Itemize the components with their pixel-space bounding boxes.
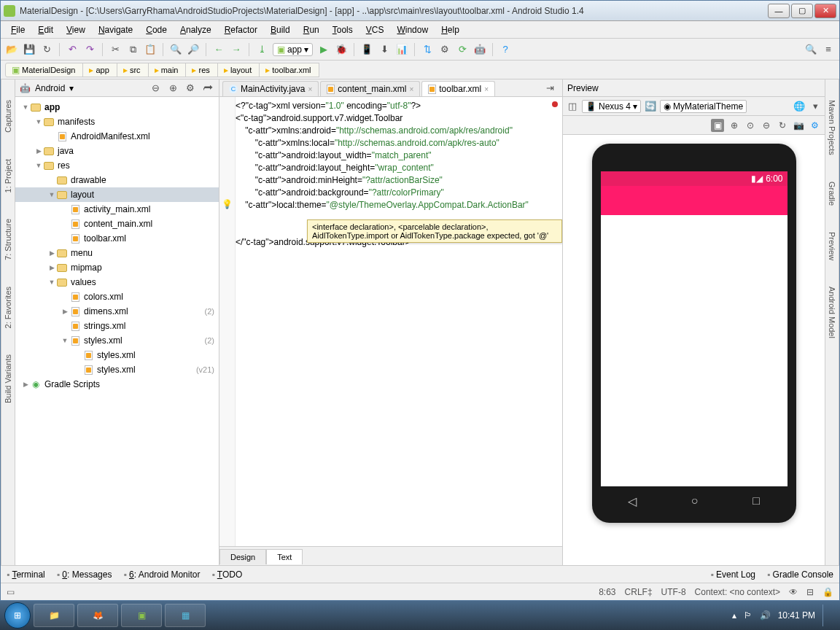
tree-arrow-icon[interactable]: ▶ <box>21 381 30 388</box>
breadcrumb-item[interactable]: ▸ res <box>185 63 217 77</box>
tree-item[interactable]: styles.xml <box>15 348 219 362</box>
menu-edit[interactable]: Edit <box>32 23 59 36</box>
tree-item[interactable]: ▼res <box>15 158 219 173</box>
zoom-out-icon[interactable]: ⊖ <box>761 120 772 131</box>
tree-item[interactable]: ▶◉Gradle Scripts <box>15 377 219 392</box>
tree-item[interactable]: styles.xml(v21) <box>15 362 219 377</box>
redo-icon[interactable]: ↷ <box>83 43 96 56</box>
tree-arrow-icon[interactable]: ▼ <box>47 279 56 286</box>
editor-body[interactable]: 💡 <?"c-tag">xml version="1.0" encoding="… <box>219 97 562 546</box>
menu-window[interactable]: Window <box>391 23 434 36</box>
breadcrumb-item[interactable]: ▸ src <box>117 63 149 77</box>
device-combo[interactable]: 📱 Nexus 4 ▾ <box>582 100 641 113</box>
tree-item[interactable]: AndroidManifest.xml <box>15 129 219 144</box>
menu-run[interactable]: Run <box>298 23 325 36</box>
replace-icon[interactable]: 🔎 <box>187 43 200 56</box>
editor-gutter[interactable] <box>219 97 236 546</box>
breadcrumb-item[interactable]: ▸ layout <box>217 63 260 77</box>
save-icon[interactable]: 💾 <box>23 43 36 56</box>
taskbar-explorer[interactable]: 📁 <box>34 604 74 627</box>
close-tab-icon[interactable]: × <box>409 85 413 93</box>
paste-icon[interactable]: 📋 <box>144 43 157 56</box>
structure-icon[interactable]: ⇅ <box>421 43 434 56</box>
start-button[interactable]: ⊞ <box>4 602 31 629</box>
taskbar-app[interactable]: ▦ <box>165 604 206 627</box>
side-tab-android-model[interactable]: Android Model <box>826 281 838 344</box>
tree-arrow-icon[interactable]: ▼ <box>34 162 43 169</box>
tree-item[interactable]: ▶dimens.xml(2) <box>15 304 219 319</box>
tree-arrow-icon[interactable]: ▶ <box>34 147 43 155</box>
project-view-label[interactable]: Android <box>35 83 65 93</box>
breadcrumb-item[interactable]: ▸ app <box>82 63 117 77</box>
menu-refactor[interactable]: Refactor <box>219 23 263 36</box>
find-icon[interactable]: 🔍 <box>169 43 182 56</box>
tree-item[interactable]: ▼values <box>15 275 219 289</box>
side-tab-build-variants[interactable]: Build Variants <box>2 349 14 409</box>
editor-tab[interactable]: toolbar.xml× <box>421 81 495 96</box>
breadcrumb-item[interactable]: ▣ MaterialDesign <box>5 63 83 77</box>
tree-arrow-icon[interactable]: ▼ <box>21 104 30 111</box>
tree-item[interactable]: toolbar.xml <box>15 231 219 246</box>
undo-icon[interactable]: ↶ <box>66 43 79 56</box>
intention-bulb-icon[interactable]: 💡 <box>222 199 233 209</box>
tree-item[interactable]: drawable <box>15 173 219 187</box>
memory-icon[interactable]: ⊟ <box>806 587 814 597</box>
system-tray[interactable]: ▴ 🏳 🔊 10:41 PM <box>732 604 836 626</box>
tree-arrow-icon[interactable]: ▶ <box>47 249 56 257</box>
forward-icon[interactable]: → <box>230 43 243 56</box>
minimize-button[interactable]: — <box>768 4 790 18</box>
editor-tab[interactable]: CMainActivity.java× <box>222 81 319 96</box>
help-icon[interactable]: ? <box>499 43 512 56</box>
scroll-target-icon[interactable]: ⊕ <box>166 82 179 95</box>
tree-item[interactable]: ▶java <box>15 144 219 158</box>
taskbar-android-studio[interactable]: ▣ <box>121 604 162 627</box>
run-icon[interactable]: ▶ <box>317 43 330 56</box>
tree-item[interactable]: colors.xml <box>15 289 219 304</box>
tree-item[interactable]: ▼manifests <box>15 114 219 129</box>
sdk-icon[interactable]: ⬇ <box>378 43 391 56</box>
tree-arrow-icon[interactable]: ▶ <box>61 308 69 315</box>
tray-up-icon[interactable]: ▴ <box>732 610 736 621</box>
menu-view[interactable]: View <box>61 23 91 36</box>
android-robot-icon[interactable]: 🤖 <box>473 43 486 56</box>
preview-canvas[interactable]: ▮◢ 6:00 ◁ ○ □ <box>563 135 825 565</box>
editor-mode-tab-design[interactable]: Design <box>219 549 266 564</box>
editor-mode-tab-text[interactable]: Text <box>266 549 303 564</box>
open-icon[interactable]: 📂 <box>5 43 18 56</box>
tool-window-button[interactable]: ▪ 6: Android Monitor <box>123 569 200 580</box>
tool-window-button[interactable]: ▪ TODO <box>211 569 242 580</box>
tool-window-button[interactable]: ▪ Event Log <box>710 569 755 580</box>
locale-icon[interactable]: 🌐 <box>793 100 806 113</box>
close-button[interactable]: ✕ <box>814 4 836 18</box>
screenshot-icon[interactable]: 📷 <box>793 120 804 131</box>
side-tab-1-project[interactable]: 1: Project <box>2 153 14 198</box>
menu-build[interactable]: Build <box>265 23 296 36</box>
search-everywhere-icon[interactable]: 🔍 <box>804 43 817 56</box>
titlebar[interactable]: MaterialDesign - [C:\Users\GarryRhama\An… <box>1 1 839 21</box>
zoom-fit-icon[interactable]: ▣ <box>711 119 724 132</box>
orientation-icon[interactable]: 🔄 <box>644 100 657 113</box>
settings-gear-icon[interactable]: ⚙ <box>809 120 820 131</box>
side-tab-2-favorites[interactable]: 2: Favorites <box>2 281 14 334</box>
zoom-in-icon[interactable]: ⊕ <box>728 120 740 131</box>
settings-icon[interactable]: ⚙ <box>438 43 451 56</box>
maximize-button[interactable]: ▢ <box>791 4 813 18</box>
make-icon[interactable]: ⤓ <box>255 43 268 56</box>
toolbar-menu-icon[interactable]: ≡ <box>822 43 835 56</box>
caret-position[interactable]: 8:63 <box>599 587 615 597</box>
gear-icon[interactable]: ⚙ <box>184 82 197 95</box>
monitor-icon[interactable]: 📊 <box>395 43 408 56</box>
tool-window-button[interactable]: ▪ Gradle Console <box>767 569 833 580</box>
tree-item[interactable]: ▶mipmap <box>15 260 219 275</box>
project-tree[interactable]: ▼app▼manifestsAndroidManifest.xml▶java▼r… <box>15 97 219 565</box>
sync-gradle-icon[interactable]: ⟳ <box>456 43 469 56</box>
side-tab-captures[interactable]: Captures <box>2 94 14 139</box>
tree-item[interactable]: ▼app <box>15 100 219 114</box>
zoom-reset-icon[interactable]: ⊙ <box>744 120 756 131</box>
viewport-icon[interactable]: ◫ <box>566 100 579 113</box>
close-tab-icon[interactable]: × <box>484 85 489 93</box>
copy-icon[interactable]: ⧉ <box>126 43 139 56</box>
menu-navigate[interactable]: Navigate <box>93 23 139 36</box>
refresh-icon[interactable]: ↻ <box>777 120 788 131</box>
menu-vcs[interactable]: VCS <box>360 23 390 36</box>
